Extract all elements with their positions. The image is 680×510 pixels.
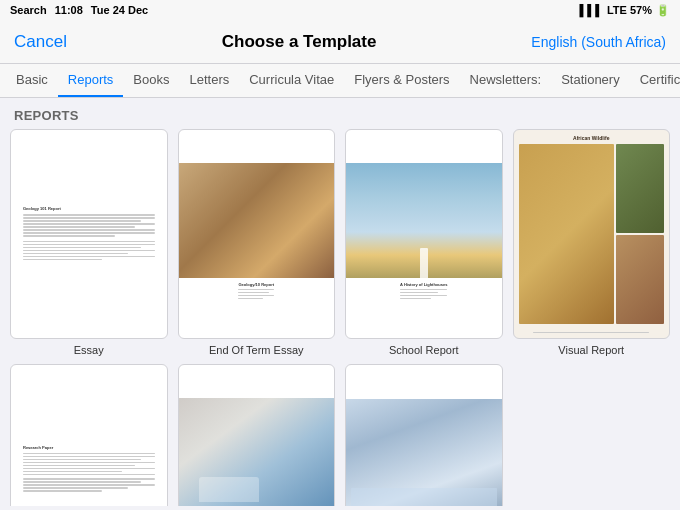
template-school-report[interactable]: A History of Lighthouses School Report [345, 129, 503, 356]
category-nav: Basic Reports Books Letters Curricula Vi… [0, 64, 680, 98]
tab-stationery[interactable]: Stationery [551, 64, 630, 97]
language-button[interactable]: English (South Africa) [531, 34, 666, 50]
template-project-proposal[interactable]: Project Proposal Project Proposal [345, 364, 503, 506]
template-visual-report[interactable]: African Wildlife Visual Report [513, 129, 671, 356]
tab-newsletters[interactable]: Newsletters: [460, 64, 552, 97]
template-research-paper[interactable]: Research Paper Research [10, 364, 168, 506]
template-school-report-label: School Report [389, 344, 459, 356]
page-title: Choose a Template [222, 32, 377, 52]
date-display: Tue 24 Dec [91, 4, 148, 16]
tab-basic[interactable]: Basic [6, 64, 58, 97]
reports-grid-row2: Research Paper Research [10, 364, 670, 506]
reports-grid-row1: Geology 101 Report [10, 129, 670, 356]
tab-curricula-vitae[interactable]: Curricula Vitae [239, 64, 344, 97]
battery-icon: 🔋 [656, 4, 670, 17]
template-content: REPORTS Geology 101 Report [0, 98, 680, 506]
tab-flyers-posters[interactable]: Flyers & Posters [344, 64, 459, 97]
template-essay-label: Essay [74, 344, 104, 356]
template-end-of-term-label: End Of Term Essay [209, 344, 304, 356]
reports-section-header: REPORTS [10, 98, 670, 129]
tab-books[interactable]: Books [123, 64, 179, 97]
cancel-button[interactable]: Cancel [14, 32, 67, 52]
template-visual-report-label: Visual Report [558, 344, 624, 356]
tab-certificates[interactable]: Certificates [630, 64, 680, 97]
template-modern-report[interactable]: International Modern Architecture Modern… [178, 364, 336, 506]
title-bar: Cancel Choose a Template English (South … [0, 20, 680, 64]
tab-letters[interactable]: Letters [179, 64, 239, 97]
search-label: Search [10, 4, 47, 16]
tab-reports[interactable]: Reports [58, 64, 124, 97]
time-display: 11:08 [55, 4, 83, 16]
status-bar: Search 11:08 Tue 24 Dec ▌▌▌ LTE 57% 🔋 [0, 0, 680, 20]
signal-icon: ▌▌▌ [580, 4, 603, 16]
template-essay[interactable]: Geology 101 Report [10, 129, 168, 356]
empty-slot [513, 364, 671, 506]
network-label: LTE 57% [607, 4, 652, 16]
template-end-of-term-essay[interactable]: Geology/10 Report End Of Term Essay [178, 129, 336, 356]
